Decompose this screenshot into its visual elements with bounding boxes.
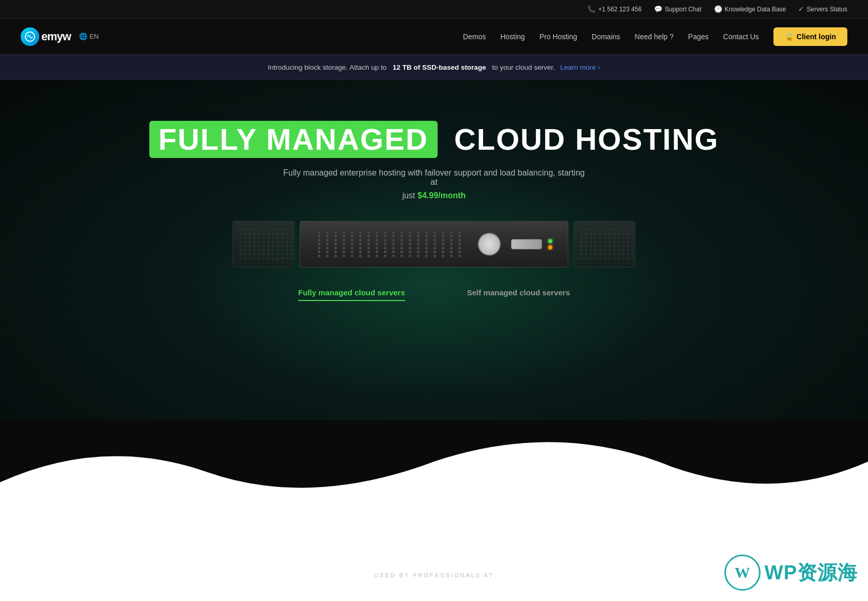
phone-icon: 📞 — [587, 5, 596, 13]
hero-price: just $4.99/month — [402, 191, 466, 200]
tab-fully-managed[interactable]: Fully managed cloud servers — [298, 288, 405, 301]
nav-pages[interactable]: Pages — [688, 33, 709, 41]
chat-icon: 💬 — [654, 5, 662, 13]
header: emyw 🌐 EN Demos Hosting Pro Hosting Doma… — [0, 19, 868, 55]
logo[interactable]: emyw — [21, 27, 71, 46]
knowledge-base-label: Knowledge Data Base — [725, 6, 786, 13]
announcement-text-after: to your cloud server. — [492, 64, 555, 71]
nav-demos[interactable]: Demos — [463, 33, 486, 41]
hero-title-rest: CLOUD HOSTING — [454, 122, 719, 156]
hero-price-prefix: just — [402, 191, 415, 200]
lock-icon: 🔒 — [785, 33, 794, 41]
phone-number: +1 562 123 456 — [598, 6, 642, 13]
client-login-button[interactable]: 🔒 Client login — [773, 27, 847, 46]
announcement-text-before: Introducing block storage. Attach up to — [268, 64, 387, 71]
server-leds — [548, 239, 552, 249]
main-nav: Demos Hosting Pro Hosting Domains Need h… — [463, 27, 847, 46]
server-main: var html = ''; for(var i=0;i<126;i++) ht… — [300, 221, 568, 267]
hero-subtitle: Fully managed enterprise hosting with fa… — [279, 168, 589, 187]
led-orange — [548, 245, 552, 249]
server-tabs: Fully managed cloud servers Self managed… — [298, 288, 570, 301]
book-icon: 🕐 — [714, 5, 722, 13]
check-icon: ✓ — [798, 5, 804, 13]
wave-transition — [0, 420, 868, 524]
announcement-bar: Introducing block storage. Attach up to … — [0, 55, 868, 80]
announcement-highlight: 12 TB of SSD-based storage — [393, 64, 486, 71]
top-bar: 📞 +1 562 123 456 💬 Support Chat 🕐 Knowle… — [0, 0, 868, 19]
hero-title-highlight: FULLY MANAGED — [149, 121, 438, 158]
hero-title: FULLY MANAGED CLOUD HOSTING — [149, 121, 719, 158]
logo-area: emyw 🌐 EN — [21, 27, 99, 46]
server-right: document.write(Array(96).fill('<div clas… — [574, 221, 636, 267]
server-control-bar — [511, 239, 542, 249]
announcement-link[interactable]: Learn more › — [560, 64, 600, 71]
nav-pro-hosting[interactable]: Pro Hosting — [539, 33, 577, 41]
tab-self-managed[interactable]: Self managed cloud servers — [467, 288, 570, 301]
used-by-text: USED BY PROFESSIONALS AT — [374, 572, 494, 578]
server-left: document.write(Array(96).fill('<div clas… — [233, 221, 295, 267]
support-chat-item[interactable]: 💬 Support Chat — [654, 5, 702, 13]
language-selector[interactable]: 🌐 EN — [79, 33, 99, 40]
lang-label: EN — [89, 33, 99, 40]
servers-status-label: Servers Status — [807, 6, 847, 13]
led-green — [548, 239, 552, 243]
wave-svg — [0, 420, 868, 524]
logo-text: emyw — [41, 30, 71, 43]
knowledge-base-item[interactable]: 🕐 Knowledge Data Base — [714, 5, 786, 13]
support-chat-label: Support Chat — [665, 6, 702, 13]
server-power-button — [478, 233, 501, 256]
server-visual: document.write(Array(96).fill('<div clas… — [202, 221, 667, 267]
nav-domains[interactable]: Domains — [592, 33, 620, 41]
phone-item[interactable]: 📞 +1 562 123 456 — [587, 5, 642, 13]
nav-hosting[interactable]: Hosting — [500, 33, 524, 41]
hero-section: FULLY MANAGED CLOUD HOSTING Fully manage… — [0, 80, 868, 420]
globe-icon: 🌐 — [79, 33, 87, 40]
nav-need-help[interactable]: Need help ? — [634, 33, 674, 41]
hero-price-value: $4.99/month — [417, 191, 466, 200]
white-section: USED BY PROFESSIONALS AT — [0, 524, 868, 601]
servers-status-item[interactable]: ✓ Servers Status — [798, 5, 847, 13]
logo-circle — [21, 27, 39, 46]
client-login-label: Client login — [797, 33, 836, 41]
nav-contact-us[interactable]: Contact Us — [723, 33, 759, 41]
